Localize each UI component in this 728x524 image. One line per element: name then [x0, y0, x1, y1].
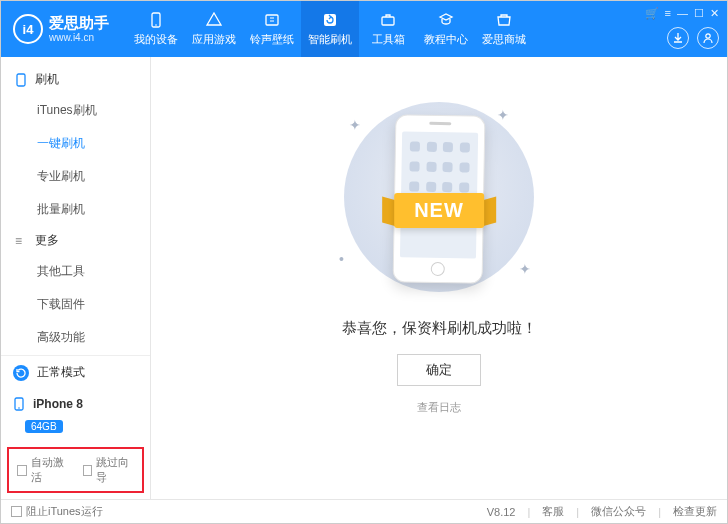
phone-small-icon [13, 397, 25, 411]
status-bar: 阻止iTunes运行 V8.12 | 客服 | 微信公众号 | 检查更新 [1, 499, 727, 523]
view-log-link[interactable]: 查看日志 [417, 400, 461, 415]
nav-toolbox[interactable]: 工具箱 [359, 1, 417, 57]
app-logo: i4 爱思助手 www.i4.cn [9, 1, 119, 57]
tutorial-icon [437, 11, 455, 29]
storage-badge: 64GB [25, 420, 63, 433]
phone-icon [15, 73, 29, 87]
user-icon [702, 32, 714, 44]
svg-rect-6 [17, 74, 25, 86]
svg-point-5 [706, 34, 710, 38]
sidebar-group-more: ≡ 更多 [1, 226, 150, 255]
sidebar-item-advanced[interactable]: 高级功能 [1, 321, 150, 354]
nav-ringtones[interactable]: 铃声壁纸 [243, 1, 301, 57]
menu-icon[interactable]: ≡ [665, 7, 671, 19]
new-ribbon: NEW [394, 193, 484, 228]
success-message: 恭喜您，保资料刷机成功啦！ [342, 319, 537, 338]
device-mode[interactable]: 正常模式 [1, 356, 150, 389]
apps-icon [205, 11, 223, 29]
brand-name: 爱思助手 [49, 15, 109, 32]
sidebar-group-flash: 刷机 [1, 65, 150, 94]
sidebar-item-other-tools[interactable]: 其他工具 [1, 255, 150, 288]
highlighted-options: 自动激活 跳过向导 [7, 447, 144, 493]
sidebar-item-batch-flash[interactable]: 批量刷机 [1, 193, 150, 226]
success-illustration: ✦ ✦ • ✦ NEW [329, 97, 549, 297]
sidebar-item-download-firmware[interactable]: 下载固件 [1, 288, 150, 321]
ok-button[interactable]: 确定 [397, 354, 481, 386]
nav-my-device[interactable]: 我的设备 [127, 1, 185, 57]
main-nav: 我的设备 应用游戏 铃声壁纸 智能刷机 工具箱 教程中心 [127, 1, 533, 57]
check-block-itunes[interactable]: 阻止iTunes运行 [11, 504, 103, 519]
svg-rect-4 [382, 17, 394, 25]
sidebar: 刷机 iTunes刷机 一键刷机 专业刷机 批量刷机 ≡ 更多 其他工具 下载固… [1, 57, 151, 499]
footer-link-wechat[interactable]: 微信公众号 [591, 504, 646, 519]
version-label: V8.12 [487, 506, 516, 518]
device-icon [147, 11, 165, 29]
cart-icon[interactable]: 🛒 [645, 7, 659, 20]
sidebar-item-itunes-flash[interactable]: iTunes刷机 [1, 94, 150, 127]
svg-rect-2 [266, 15, 278, 25]
nav-store[interactable]: 爱思商城 [475, 1, 533, 57]
close-icon[interactable]: ✕ [710, 7, 719, 20]
store-icon [495, 11, 513, 29]
sidebar-item-pro-flash[interactable]: 专业刷机 [1, 160, 150, 193]
svg-point-1 [155, 24, 157, 26]
sidebar-item-oneclick-flash[interactable]: 一键刷机 [1, 127, 150, 160]
connected-device[interactable]: iPhone 8 [1, 389, 150, 419]
ringtone-icon [263, 11, 281, 29]
refresh-icon [13, 365, 29, 381]
flash-icon [321, 11, 339, 29]
footer-link-support[interactable]: 客服 [542, 504, 564, 519]
nav-tutorial[interactable]: 教程中心 [417, 1, 475, 57]
svg-point-8 [18, 407, 20, 409]
check-skip-wizard[interactable]: 跳过向导 [83, 455, 135, 485]
maximize-icon[interactable]: ☐ [694, 7, 704, 20]
logo-badge: i4 [13, 14, 43, 44]
footer-link-update[interactable]: 检查更新 [673, 504, 717, 519]
toolbox-icon [379, 11, 397, 29]
minimize-icon[interactable]: — [677, 7, 688, 19]
main-content: ✦ ✦ • ✦ NEW 恭喜您，保资料刷机成功啦！ 确定 查看日志 [151, 57, 727, 499]
more-icon: ≡ [15, 234, 29, 248]
nav-flash[interactable]: 智能刷机 [301, 1, 359, 57]
nav-apps[interactable]: 应用游戏 [185, 1, 243, 57]
user-button[interactable] [697, 27, 719, 49]
check-auto-activate[interactable]: 自动激活 [17, 455, 69, 485]
download-icon [672, 32, 684, 44]
download-button[interactable] [667, 27, 689, 49]
app-header: i4 爱思助手 www.i4.cn 我的设备 应用游戏 铃声壁纸 智能刷机 [1, 1, 727, 57]
brand-site: www.i4.cn [49, 32, 109, 43]
